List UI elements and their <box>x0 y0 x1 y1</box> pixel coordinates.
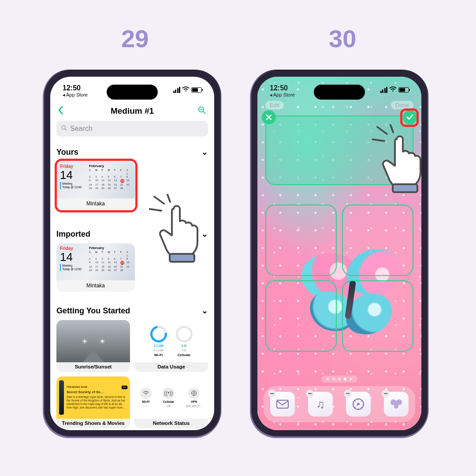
data-ring-cell-icon <box>172 322 196 346</box>
widget-data-usage[interactable]: 1.2 GB 87.8 MB Wi-Fi 0 B 0 B Cellular Da… <box>134 320 208 372</box>
widget-mintaka-imported[interactable]: Friday 14 Meeting Today @ 12:00 February… <box>56 243 135 292</box>
data-wifi-amount: 1.2 GB <box>153 344 163 347</box>
status-back-app[interactable]: ◂ App Store <box>63 93 88 97</box>
widget-tv-label: Trending Shows & Movies <box>56 419 130 428</box>
remove-icon[interactable]: − <box>344 390 352 398</box>
chevron-left-icon: ◂ <box>270 93 272 97</box>
svg-line-12 <box>377 127 387 134</box>
net-label: Wi-Fi <box>142 400 149 403</box>
svg-line-7 <box>149 209 161 211</box>
tv-plot: Sam is a teenage royal rebel, second in … <box>67 395 126 409</box>
done-label[interactable]: Done <box>391 101 413 109</box>
tv-title: Secret Society of Se… <box>67 390 127 394</box>
widget-event-title: Meeting <box>62 182 86 186</box>
step-number-30: 30 <box>329 24 356 53</box>
widget-event-time: Today @ 12:00 <box>62 268 86 271</box>
section-imported-title: Imported <box>56 230 90 239</box>
section-yours-title: Yours <box>56 148 78 157</box>
widget-month: February <box>89 164 131 168</box>
data-ring-wifi-icon <box>147 322 170 346</box>
dock-app-music[interactable]: − ♫ <box>308 392 333 416</box>
close-button[interactable] <box>262 110 276 124</box>
svg-rect-9 <box>170 254 194 262</box>
page-indicator[interactable] <box>321 376 357 383</box>
widget-slot-small[interactable] <box>342 205 413 276</box>
status-time: 12:50 <box>63 85 88 92</box>
widget-event-title: Meeting <box>62 264 86 268</box>
net-icon <box>188 387 200 399</box>
widget-slot-small[interactable] <box>342 280 413 352</box>
search-icon <box>61 125 67 133</box>
tap-gesture-icon <box>372 124 421 195</box>
section-getting-started: Getting You Started ⌄ ☀︎ ☀︎ Sunrise/Suns… <box>56 306 208 428</box>
widget-label-imported: Mintaka <box>56 280 135 292</box>
widget-event-time: Today @ 12:00 <box>62 186 86 189</box>
page-title: Medium #1 <box>111 106 154 116</box>
mountain-icon <box>83 350 104 362</box>
dock: − − ♫ − − <box>264 386 415 422</box>
svg-line-8 <box>167 194 170 202</box>
svg-line-4 <box>65 129 66 130</box>
status-back-app[interactable]: ◂ App Store <box>270 93 295 97</box>
widget-trending-shows[interactable]: TRENDING NOW TV Secret Society of Se… Sa… <box>56 376 130 428</box>
data-cell-amount: 0 B <box>182 344 186 347</box>
widget-month: February <box>89 246 131 250</box>
search-input[interactable]: Search <box>56 121 208 137</box>
svg-line-6 <box>154 197 164 204</box>
remove-icon[interactable]: − <box>306 390 314 398</box>
tap-gesture-icon <box>149 194 211 264</box>
remove-icon[interactable]: − <box>382 390 390 398</box>
tv-badge: TV <box>122 386 127 389</box>
widget-slot-small[interactable] <box>265 280 337 352</box>
net-col: VPN255.255.0… <box>186 387 202 408</box>
back-button[interactable] <box>57 105 63 117</box>
widget-mini-calendar: SMTWTFS123456789101112131415161718192021… <box>89 251 131 271</box>
dynamic-island <box>314 85 365 100</box>
wifi-icon <box>182 86 190 93</box>
tv-tag: TRENDING NOW <box>67 386 87 389</box>
widget-mintaka-yours[interactable]: Friday 14 Meeting Today @ 12:00 February… <box>56 161 135 210</box>
net-icon: ((•)) <box>163 387 174 399</box>
svg-line-14 <box>390 124 393 132</box>
cellular-signal-icon <box>380 87 388 93</box>
widget-network-status[interactable]: Wi-Fi–((•))CellularOffVPN255.255.0… Netw… <box>134 376 208 428</box>
dock-app-mail[interactable]: − <box>270 392 295 416</box>
net-value: 255.255.0… <box>186 405 202 408</box>
widget-date: 14 <box>60 169 86 181</box>
net-col: Wi-Fi– <box>140 387 152 408</box>
step-number-29: 29 <box>121 24 149 53</box>
battery-icon <box>398 87 409 93</box>
tv-poster-icon <box>59 380 64 415</box>
widget-slot-small[interactable] <box>265 205 337 276</box>
chevron-left-icon: ◂ <box>63 93 65 97</box>
zoom-out-icon[interactable] <box>197 106 206 117</box>
chevron-down-icon[interactable]: ⌄ <box>201 306 208 316</box>
net-label: Cellular <box>163 400 175 403</box>
dock-app-safari[interactable]: − <box>346 392 371 416</box>
battery-icon <box>191 87 202 93</box>
svg-rect-10 <box>277 400 288 408</box>
svg-line-13 <box>372 139 384 141</box>
remove-icon[interactable]: − <box>268 390 276 398</box>
section-started-title: Getting You Started <box>56 306 130 316</box>
confirm-button[interactable] <box>403 110 417 124</box>
net-icon <box>140 387 152 399</box>
data-cell-label: Cellular <box>178 353 190 357</box>
search-placeholder: Search <box>70 125 93 133</box>
status-back-label: App Store <box>66 93 88 97</box>
widget-sun-label: Sunrise/Sunset <box>56 362 130 372</box>
widget-mini-calendar: SMTWTFS123456789101112131415161718192021… <box>89 169 131 190</box>
data-wifi-label: Wi-Fi <box>154 353 163 357</box>
widget-label-yours: Mintaka <box>56 198 135 210</box>
phone-right: 12:50 ◂ App Store Edit Done <box>251 71 428 436</box>
data-cell-sub: 0 B <box>182 349 186 352</box>
sunrise-icon: ☀︎ <box>82 337 88 346</box>
edit-label[interactable]: Edit <box>265 101 284 109</box>
chevron-down-icon[interactable]: ⌄ <box>201 147 208 157</box>
widget-sunrise-sunset[interactable]: ☀︎ ☀︎ Sunrise/Sunset <box>56 320 130 372</box>
status-back-label: App Store <box>273 93 295 97</box>
screen-right: 12:50 ◂ App Store Edit Done <box>257 77 421 430</box>
net-col: ((•))CellularOff <box>163 387 174 408</box>
dock-app-butterfly[interactable]: − <box>384 392 409 416</box>
svg-line-2 <box>203 111 205 113</box>
